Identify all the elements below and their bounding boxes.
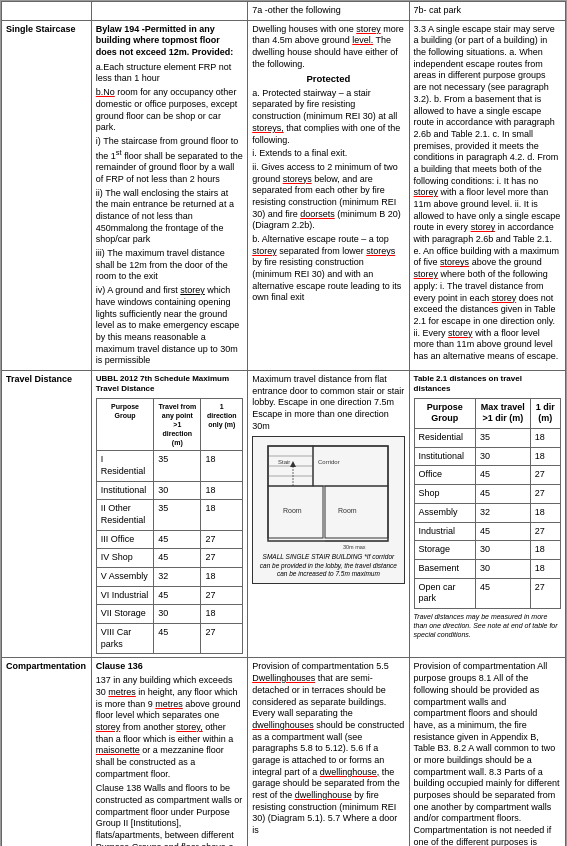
svg-marker-13 <box>290 461 296 467</box>
ubbl-header-one: 1 direction only (m) <box>201 398 243 450</box>
table-row: Basement3018 <box>414 559 560 578</box>
multi-dir: 45 <box>154 624 201 654</box>
table-row: Storage3018 <box>414 541 560 560</box>
t21-m: 30 <box>475 541 530 560</box>
one-dir: 27 <box>201 549 243 568</box>
compartmentation-col2: Clause 136 137 in any building which exc… <box>91 658 247 846</box>
purpose: Institutional <box>96 481 153 500</box>
t21-p: Industrial <box>414 522 475 541</box>
multi-dir: 35 <box>154 451 201 481</box>
table21-caption: Table 2.1 distances on travel distances <box>414 374 561 395</box>
t21-p: Residential <box>414 429 475 448</box>
one-dir: 27 <box>201 586 243 605</box>
t21-s: 18 <box>530 447 560 466</box>
table-row: V Assembly3218 <box>96 568 242 587</box>
one-dir: 18 <box>201 605 243 624</box>
one-dir: 18 <box>201 500 243 530</box>
bylaw-item-a: a.Each structure element FRP not less th… <box>96 62 243 85</box>
single-staircase-header: Single Staircase <box>2 20 92 370</box>
clause136-title: Clause 136 <box>96 661 243 673</box>
t21-p: Open car park <box>414 578 475 608</box>
multi-dir: 45 <box>154 530 201 549</box>
clause137-text: 137 in any building which exceeds 30 met… <box>96 675 243 780</box>
purpose: VII Storage <box>96 605 153 624</box>
table21-notes: Travel distances may be measured in more… <box>414 612 561 639</box>
multi-dir: 32 <box>154 568 201 587</box>
t21-m: 45 <box>475 578 530 608</box>
table-row: Institutional3018 <box>414 447 560 466</box>
bylaw-item-i: i) The staircase from ground floor to th… <box>96 136 243 186</box>
t21-s: 18 <box>530 541 560 560</box>
purpose: VI Industrial <box>96 586 153 605</box>
travel-distance-col3: Maximum travel distance from flat entran… <box>248 370 409 658</box>
top-empty <box>2 2 92 21</box>
bylaw-item-b: b.No room for any occupancy other domest… <box>96 87 243 134</box>
table-row: IV Shop4527 <box>96 549 242 568</box>
ubbl-table: Purpose Group Travel from any point >1 d… <box>96 398 243 655</box>
table-row: Assembly3218 <box>414 503 560 522</box>
compartmentation-header: Compartmentation <box>2 658 92 846</box>
t21-p: Shop <box>414 485 475 504</box>
travel-distance-text: Maximum travel distance from flat entran… <box>252 374 404 432</box>
bylaw-item-iii: iii) The maximum travel distance shall b… <box>96 248 243 283</box>
table-row: VIII Car parks4527 <box>96 624 242 654</box>
one-dir: 18 <box>201 568 243 587</box>
travel-distance-col2: UBBL 2012 7th Schedule Maximum Travel Di… <box>91 370 247 658</box>
t21-m: 35 <box>475 429 530 448</box>
t21-s: 27 <box>530 485 560 504</box>
table-row: Residential3518 <box>414 429 560 448</box>
comp-provision-col4: Provision of compartmentation All purpos… <box>414 661 561 846</box>
one-dir: 27 <box>201 530 243 549</box>
top-row: 7a -other the following 7b- cat park <box>2 2 566 21</box>
t21-m: 30 <box>475 447 530 466</box>
t21-p: Assembly <box>414 503 475 522</box>
svg-text:Corridor: Corridor <box>318 459 340 465</box>
table-row: Industrial4527 <box>414 522 560 541</box>
ubbl-header-multi: Travel from any point >1 direction (m) <box>154 398 201 450</box>
purpose: VIII Car parks <box>96 624 153 654</box>
multi-dir: 35 <box>154 500 201 530</box>
one-dir: 18 <box>201 451 243 481</box>
multi-dir: 45 <box>154 549 201 568</box>
t21-s: 27 <box>530 578 560 608</box>
table-row: Open car park4527 <box>414 578 560 608</box>
table-row: Institutional3018 <box>96 481 242 500</box>
svg-rect-2 <box>313 446 388 486</box>
bylaw-title: Bylaw 194 -Permitted in any building whe… <box>96 24 243 59</box>
floor-plan-svg: Stair Corridor Room Room 30m max <box>263 441 393 551</box>
purpose: I Residential <box>96 451 153 481</box>
table-row: VI Industrial4527 <box>96 586 242 605</box>
top-left-text: 7a -other the following <box>248 2 409 21</box>
table-row: VII Storage3018 <box>96 605 242 624</box>
compartmentation-col4: Provision of compartmentation All purpos… <box>409 658 565 846</box>
svg-text:Room: Room <box>338 507 357 514</box>
travel-distance-row: Travel Distance UBBL 2012 7th Schedule M… <box>2 370 566 658</box>
top-empty2 <box>91 2 247 21</box>
table21: Purpose Group Max travel >1 dir (m) 1 di… <box>414 398 561 609</box>
multi-dir: 30 <box>154 481 201 500</box>
t21-p: Institutional <box>414 447 475 466</box>
t21-s: 18 <box>530 429 560 448</box>
svg-text:30m max: 30m max <box>343 544 366 550</box>
t21-s: 18 <box>530 503 560 522</box>
t21-p: Office <box>414 466 475 485</box>
purpose: IV Shop <box>96 549 153 568</box>
purpose: V Assembly <box>96 568 153 587</box>
t21-m: 45 <box>475 522 530 541</box>
table-row: Shop4527 <box>414 485 560 504</box>
t21-m: 32 <box>475 503 530 522</box>
t21-s: 27 <box>530 522 560 541</box>
compartmentation-col3: Provision of compartmentation 5.5 Dwelli… <box>248 658 409 846</box>
purpose: III Office <box>96 530 153 549</box>
stairway-item-ii: ii. Gives access to 2 minimum of two gro… <box>252 162 404 232</box>
stairway-item-i: i. Extends to a final exit. <box>252 148 404 160</box>
purpose: II Other Residential <box>96 500 153 530</box>
table-row: Office4527 <box>414 466 560 485</box>
stairway-item-a: a. Protected stairway – a stair separate… <box>252 88 404 146</box>
col4-text: 3.3 A single escape stair may serve a bu… <box>414 24 561 363</box>
comp-provision-col3: Provision of compartmentation 5.5 Dwelli… <box>252 661 404 836</box>
multi-dir: 45 <box>154 586 201 605</box>
single-staircase-col2: Bylaw 194 -Permitted in any building whe… <box>91 20 247 370</box>
one-dir: 18 <box>201 481 243 500</box>
t21-single-header: 1 dir (m) <box>530 398 560 428</box>
